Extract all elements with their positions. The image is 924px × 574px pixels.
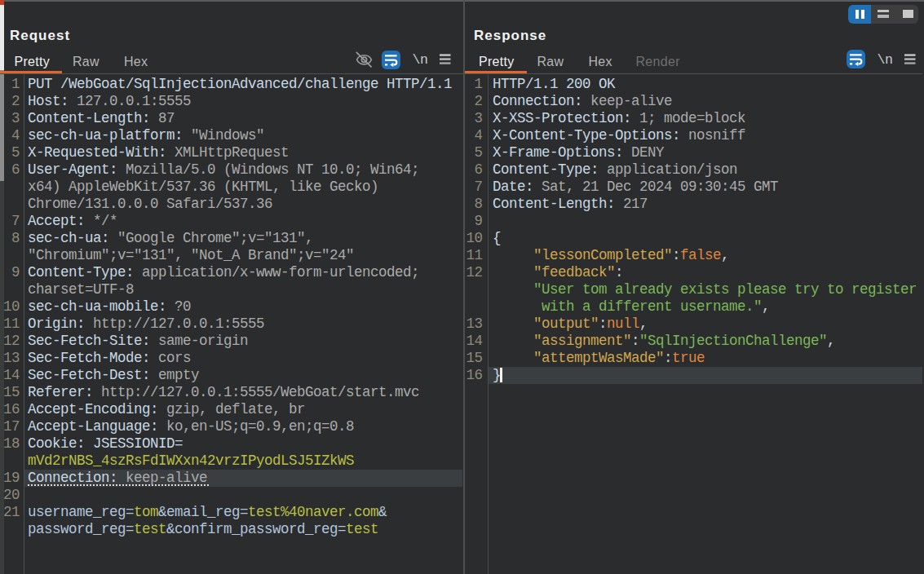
svg-text:\n: \n bbox=[878, 52, 893, 68]
svg-text:\n: \n bbox=[413, 52, 428, 68]
